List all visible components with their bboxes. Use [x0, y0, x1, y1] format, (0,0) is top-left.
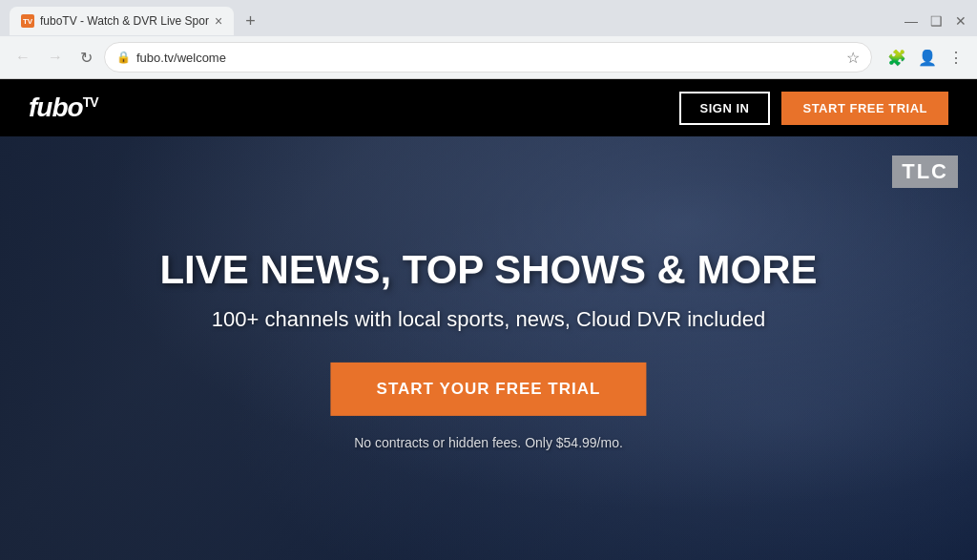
new-tab-button[interactable]: + [241, 11, 260, 31]
profile-button[interactable]: 👤 [914, 45, 941, 71]
fubotv-page: fuboTV SIGN IN START FREE TRIAL TLC LIVE… [0, 79, 977, 560]
menu-button[interactable]: ⋮ [945, 45, 967, 71]
maximize-button[interactable]: ❑ [929, 14, 943, 28]
signin-button[interactable]: SIGN IN [679, 92, 771, 125]
fubotv-logo: fuboTV [29, 93, 98, 123]
hero-disclaimer: No contracts or hidden fees. Only $54.99… [97, 435, 879, 450]
tab-close-button[interactable]: × [215, 13, 222, 29]
address-bar[interactable]: 🔒 fubo.tv/welcome ☆ [104, 42, 872, 73]
tab-favicon: TV [21, 14, 34, 28]
back-button[interactable]: ← [10, 45, 36, 70]
profile-icon: 👤 [918, 50, 937, 66]
window-controls: — ❑ ✕ [904, 14, 967, 28]
logo-text: fubo [29, 93, 83, 122]
minimize-button[interactable]: — [904, 14, 918, 28]
refresh-button[interactable]: ↻ [74, 45, 98, 71]
hero-headline: LIVE NEWS, TOP SHOWS & MORE [97, 247, 879, 291]
hero-trial-button[interactable]: START YOUR FREE TRIAL [331, 363, 647, 416]
bookmark-icon[interactable]: ☆ [846, 49, 860, 67]
channel-badge: TLC [892, 156, 958, 188]
extensions-button[interactable]: 🧩 [883, 45, 910, 71]
title-bar: TV fuboTV - Watch & DVR Live Spor × + — … [0, 0, 977, 36]
nav-bar: ← → ↻ 🔒 fubo.tv/welcome ☆ 🧩 👤 ⋮ [0, 36, 977, 78]
hero-subheadline: 100+ channels with local sports, news, C… [97, 307, 879, 332]
site-header: fuboTV SIGN IN START FREE TRIAL [0, 79, 977, 136]
close-button[interactable]: ✕ [954, 14, 967, 28]
url-display: fubo.tv/welcome [136, 51, 841, 65]
puzzle-icon: 🧩 [887, 50, 906, 66]
header-actions: SIGN IN START FREE TRIAL [679, 92, 948, 125]
hero-content: LIVE NEWS, TOP SHOWS & MORE 100+ channel… [97, 247, 879, 449]
extensions-area: 🧩 👤 ⋮ [883, 45, 967, 71]
active-tab[interactable]: TV fuboTV - Watch & DVR Live Spor × [10, 7, 234, 35]
lock-icon: 🔒 [116, 51, 131, 64]
header-trial-button[interactable]: START FREE TRIAL [781, 92, 948, 125]
forward-button[interactable]: → [42, 45, 69, 70]
tab-title: fuboTV - Watch & DVR Live Spor [40, 14, 209, 28]
logo-tv: TV [83, 94, 98, 110]
browser-chrome: TV fuboTV - Watch & DVR Live Spor × + — … [0, 0, 977, 79]
